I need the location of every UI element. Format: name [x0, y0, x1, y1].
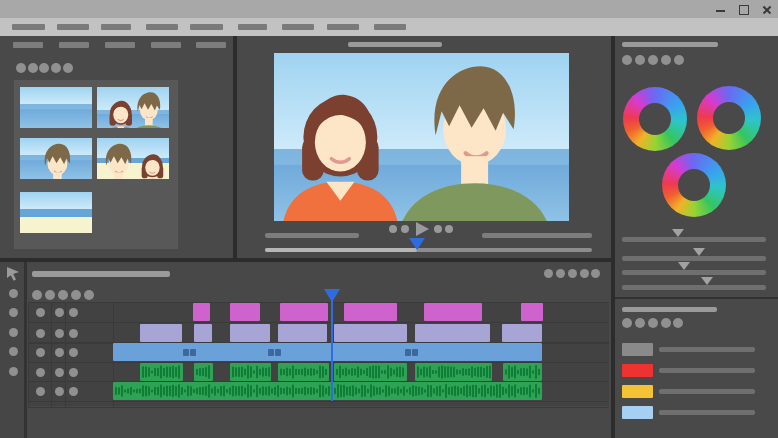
color-slider-thumb-1[interactable]: [672, 229, 684, 237]
video-clip[interactable]: [230, 303, 260, 321]
menu-item-4[interactable]: [146, 24, 178, 30]
timeline-tool-button[interactable]: [9, 367, 18, 376]
transport-dot-button[interactable]: [434, 225, 442, 233]
track-header-button[interactable]: [69, 368, 78, 377]
video-clip[interactable]: [193, 303, 210, 321]
track-header-button[interactable]: [69, 387, 78, 396]
color-panel-button[interactable]: [648, 55, 658, 65]
panel-divider[interactable]: [611, 36, 615, 438]
color-panel-button[interactable]: [622, 55, 632, 65]
project-panel-tab-3[interactable]: [105, 42, 135, 48]
project-panel-tab-4[interactable]: [151, 42, 181, 48]
timeline-playhead-line[interactable]: [331, 300, 333, 401]
track-header-button[interactable]: [55, 387, 64, 396]
audio-clip[interactable]: [503, 363, 542, 381]
menu-item-7[interactable]: [282, 24, 314, 30]
track-header-button[interactable]: [36, 348, 45, 357]
track-header-button[interactable]: [55, 348, 64, 357]
project-toolbar-button[interactable]: [39, 63, 49, 73]
track-header-button[interactable]: [36, 387, 45, 396]
track-header-button[interactable]: [69, 308, 78, 317]
track-options-button[interactable]: [58, 290, 68, 300]
timeline-tool-button[interactable]: [9, 347, 18, 356]
edit-point-marker[interactable]: [183, 349, 189, 356]
audio-clip[interactable]: [415, 363, 492, 381]
track-options-button[interactable]: [84, 290, 94, 300]
color-slider-track-4[interactable]: [622, 285, 766, 290]
track-options-button[interactable]: [45, 290, 55, 300]
video-clip[interactable]: [113, 343, 542, 361]
transport-dot-button[interactable]: [445, 225, 453, 233]
media-thumbnail-1[interactable]: [20, 87, 92, 128]
timeline-tool-button[interactable]: [9, 308, 18, 317]
timeline-tool-button[interactable]: [9, 328, 18, 337]
project-toolbar-button[interactable]: [28, 63, 38, 73]
track-header-button[interactable]: [36, 329, 45, 338]
timeline-corner-button[interactable]: [580, 269, 589, 278]
selection-tool-icon[interactable]: [4, 265, 22, 283]
transport-dot-button[interactable]: [401, 225, 409, 233]
color-panel-button[interactable]: [661, 55, 671, 65]
timeline-corner-button[interactable]: [591, 269, 600, 278]
color-label-swatch-2[interactable]: [622, 364, 653, 377]
track-header-button[interactable]: [55, 308, 64, 317]
color-wheel-1[interactable]: [623, 87, 687, 151]
labels-panel-button[interactable]: [635, 318, 645, 328]
media-thumbnail-4[interactable]: [97, 138, 169, 179]
maximize-button[interactable]: [737, 3, 751, 16]
audio-clip[interactable]: [334, 363, 407, 381]
video-clip[interactable]: [194, 324, 212, 342]
video-clip[interactable]: [334, 324, 407, 342]
video-clip[interactable]: [424, 303, 482, 321]
media-thumbnail-3[interactable]: [20, 138, 92, 179]
color-label-swatch-1[interactable]: [622, 343, 653, 356]
media-thumbnail-5[interactable]: [20, 192, 92, 233]
media-thumbnail-2[interactable]: [97, 87, 169, 128]
monitor-playhead[interactable]: [409, 238, 425, 250]
track-header-button[interactable]: [36, 308, 45, 317]
color-label-swatch-4[interactable]: [622, 406, 653, 419]
color-slider-thumb-3[interactable]: [678, 262, 690, 270]
timeline-corner-button[interactable]: [568, 269, 577, 278]
labels-panel-button[interactable]: [648, 318, 658, 328]
menu-item-9[interactable]: [374, 24, 406, 30]
track-header-button[interactable]: [55, 368, 64, 377]
menu-item-2[interactable]: [57, 24, 89, 30]
audio-clip[interactable]: [194, 363, 213, 381]
menu-item-8[interactable]: [327, 24, 359, 30]
timeline-ruler-placeholder[interactable]: [32, 271, 170, 277]
audio-clip[interactable]: [113, 382, 542, 400]
color-slider-track-3[interactable]: [622, 270, 766, 275]
minimize-button[interactable]: [714, 3, 728, 16]
panel-divider[interactable]: [233, 36, 237, 258]
track-options-button[interactable]: [32, 290, 42, 300]
video-clip[interactable]: [278, 324, 327, 342]
video-clip[interactable]: [521, 303, 543, 321]
menu-item-5[interactable]: [190, 24, 223, 30]
monitor-scrub-bar[interactable]: [265, 248, 592, 252]
color-panel-button[interactable]: [674, 55, 684, 65]
project-panel-tab-5[interactable]: [196, 42, 226, 48]
video-clip[interactable]: [502, 324, 542, 342]
color-slider-thumb-2[interactable]: [693, 248, 705, 256]
project-toolbar-button[interactable]: [63, 63, 73, 73]
menu-item-1[interactable]: [12, 24, 45, 30]
close-button[interactable]: [760, 3, 774, 16]
transport-dot-button[interactable]: [389, 225, 397, 233]
color-slider-track-1[interactable]: [622, 237, 766, 242]
color-slider-track-2[interactable]: [622, 256, 766, 261]
project-panel-tab-2[interactable]: [59, 42, 89, 48]
labels-panel-button[interactable]: [661, 318, 671, 328]
color-label-swatch-3[interactable]: [622, 385, 653, 398]
panel-divider[interactable]: [0, 258, 611, 262]
video-clip[interactable]: [230, 324, 270, 342]
track-header-button[interactable]: [55, 329, 64, 338]
edit-point-marker[interactable]: [275, 349, 281, 356]
edit-point-marker[interactable]: [268, 349, 274, 356]
timeline-corner-button[interactable]: [556, 269, 565, 278]
project-panel-tab-1[interactable]: [13, 42, 43, 48]
color-slider-thumb-4[interactable]: [701, 277, 713, 285]
track-header-button[interactable]: [69, 329, 78, 338]
audio-clip[interactable]: [230, 363, 271, 381]
video-clip[interactable]: [140, 324, 182, 342]
